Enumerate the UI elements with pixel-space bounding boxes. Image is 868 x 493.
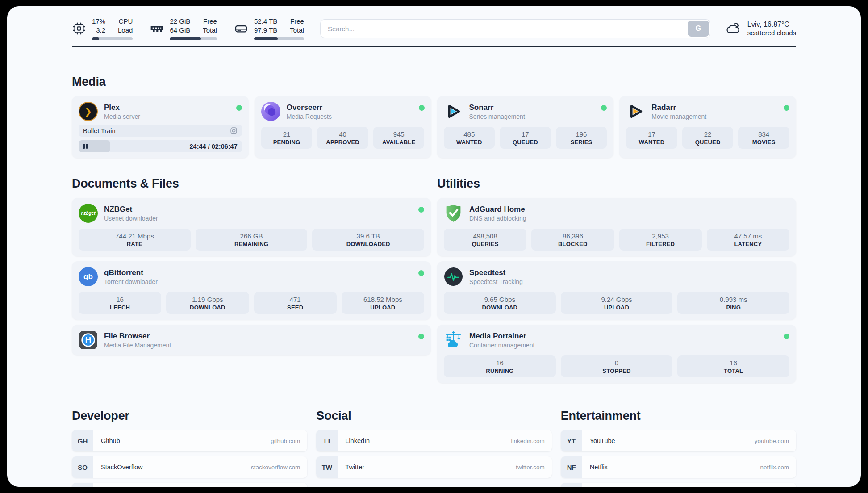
bookmark-name: YouTube <box>590 437 615 444</box>
filebrowser-icon <box>79 330 98 350</box>
disk-free-value: 52.4 TB <box>254 17 277 26</box>
playback-progress-row: 24:44 / 02:06:47 <box>79 140 242 152</box>
section-title-documents: Documents & Files <box>72 177 431 191</box>
stat-blocked: 86,396BLOCKED <box>531 229 614 251</box>
bookmark-name: Github <box>101 437 120 444</box>
app-card-overseerr[interactable]: Overseerr Media Requests 21PENDING 40APP… <box>255 96 431 158</box>
stat-running: 16RUNNING <box>444 355 556 377</box>
status-online-dot <box>784 334 789 339</box>
search-input[interactable] <box>320 19 710 38</box>
stat-pending: 21PENDING <box>261 127 313 149</box>
bookmark-youtube[interactable]: YT YouTube youtube.com <box>561 430 796 451</box>
bookmark-url: netflix.com <box>760 464 789 471</box>
bookmark-group-entertainment: Entertainment YT YouTube youtube.com NF … <box>561 409 796 487</box>
playback-time: 24:44 / 02:06:47 <box>190 143 238 150</box>
bookmark-dev[interactable]: DT DEV dev.to <box>72 483 307 487</box>
bookmark-abbr: YT <box>561 430 582 451</box>
app-card-portainer[interactable]: Media Portainer Container management 16R… <box>437 325 796 383</box>
sonarr-icon <box>444 102 463 121</box>
pause-icon[interactable] <box>83 144 88 149</box>
memory-free-value: 22 GiB <box>170 17 190 26</box>
stat-series: 196SERIES <box>556 127 607 149</box>
cpu-value: 17% <box>92 17 105 26</box>
bookmark-name: Twitter <box>345 464 364 471</box>
bookmark-name: Netflix <box>590 464 608 471</box>
bookmark-name: StackOverflow <box>101 464 142 471</box>
stat-approved: 40APPROVED <box>317 127 368 149</box>
bookmark-group-developer: Developer GH Github github.com SO StackO… <box>72 409 307 487</box>
section-title-utilities: Utilities <box>437 177 796 191</box>
app-title: File Browser <box>104 332 412 341</box>
cpu-stat-widget: 17%3.2 CPULoad <box>72 17 133 40</box>
bookmark-linkedin[interactable]: LI LinkedIn linkedin.com <box>316 430 551 451</box>
overseerr-icon <box>261 102 280 121</box>
portainer-icon <box>444 330 463 350</box>
stat-queries: 498,508QUERIES <box>444 229 526 251</box>
bookmark-netflix[interactable]: NF Netflix netflix.com <box>561 456 796 478</box>
cpu-icon <box>72 21 86 36</box>
app-card-adguard[interactable]: AdGuard Home DNS and adblocking 498,508Q… <box>437 198 796 256</box>
section-title-media: Media <box>72 75 796 89</box>
speedtest-icon <box>444 267 463 286</box>
app-title: Sonarr <box>469 103 595 112</box>
stat-queued: 17QUEUED <box>500 127 551 149</box>
top-bar: 17%3.2 CPULoad 22 GiB64 GiB <box>72 17 796 40</box>
adguard-icon <box>444 204 463 223</box>
status-online-dot <box>236 105 242 111</box>
bookmark-abbr: DT <box>72 483 93 487</box>
status-online-dot <box>419 105 425 111</box>
bookmark-github[interactable]: GH Github github.com <box>72 430 307 451</box>
search-engine-button[interactable]: G <box>688 21 709 37</box>
app-card-radarr[interactable]: Radarr Movie management 17WANTED 22QUEUE… <box>619 96 796 158</box>
bookmark-url: linkedin.com <box>511 438 545 444</box>
app-subtitle: Media Requests <box>287 113 413 120</box>
stat-download: 1.19 GbpsDOWNLOAD <box>166 292 249 314</box>
bookmark-twitter[interactable]: TW Twitter twitter.com <box>316 456 551 478</box>
bookmark-group-social: Social LI LinkedIn linkedin.com TW Twitt… <box>316 409 551 487</box>
now-playing-title: Bullet Train <box>83 127 116 134</box>
cpu-progress-bar <box>92 37 133 40</box>
bookmark-abbr: RE <box>561 483 582 487</box>
app-card-sonarr[interactable]: Sonarr Series management 485WANTED 17QUE… <box>437 96 614 158</box>
app-subtitle: DNS and adblocking <box>469 215 789 222</box>
bookmark-url: youtube.com <box>755 438 789 444</box>
app-subtitle: Media File Management <box>104 342 412 349</box>
app-title: Overseerr <box>287 103 413 112</box>
section-title-entertainment: Entertainment <box>561 409 796 423</box>
stat-upload: 9.24 GbpsUPLOAD <box>561 292 673 314</box>
bookmark-reddit[interactable]: RE Reddit reddit.com <box>561 483 796 487</box>
app-title: AdGuard Home <box>469 205 789 214</box>
bookmark-stackoverflow[interactable]: SO StackOverflow stackoverflow.com <box>72 456 307 478</box>
bookmark-abbr: TW <box>316 456 338 478</box>
app-subtitle: Media server <box>104 113 230 120</box>
session-view-icon[interactable] <box>230 127 238 134</box>
bookmark-name: LinkedIn <box>345 437 370 444</box>
app-card-plex[interactable]: ❯ Plex Media server Bullet Train <box>72 96 249 158</box>
disk-total-label: Total <box>290 26 304 35</box>
disk-total-value: 97.9 TB <box>254 26 277 35</box>
stat-movies: 834MOVIES <box>738 127 789 149</box>
stat-wanted: 17WANTED <box>626 127 677 149</box>
cloud-icon <box>725 21 742 36</box>
app-card-nzbget[interactable]: nzbget NZBGet Usenet downloader 744.21 M… <box>72 198 431 256</box>
stat-ping: 0.993 msPING <box>677 292 789 314</box>
app-card-filebrowser[interactable]: File Browser Media File Management <box>72 325 431 355</box>
app-card-speedtest[interactable]: Speedtest Speedtest Tracking 9.65 GbpsDO… <box>437 261 796 320</box>
cpu-load-label: Load <box>118 26 133 35</box>
app-card-qbittorrent[interactable]: qb qBittorrent Torrent downloader 16LEEC… <box>72 261 431 320</box>
app-subtitle: Speedtest Tracking <box>469 278 789 285</box>
status-online-dot <box>601 105 607 111</box>
section-title-social: Social <box>316 409 551 423</box>
stat-remaining: 266 GBREMAINING <box>196 229 308 251</box>
status-online-dot <box>418 270 424 276</box>
stat-rate: 744.21 MbpsRATE <box>79 229 191 251</box>
weather-condition: scattered clouds <box>747 29 796 37</box>
header-divider <box>72 46 796 47</box>
stat-downloaded: 39.6 TBDOWNLOADED <box>312 229 424 251</box>
app-subtitle: Usenet downloader <box>104 215 412 222</box>
bookmark-url: github.com <box>271 438 300 444</box>
plex-icon: ❯ <box>79 102 98 121</box>
app-title: NZBGet <box>104 205 412 214</box>
app-subtitle: Series management <box>469 113 595 120</box>
stat-upload: 618.52 MbpsUPLOAD <box>342 292 424 314</box>
